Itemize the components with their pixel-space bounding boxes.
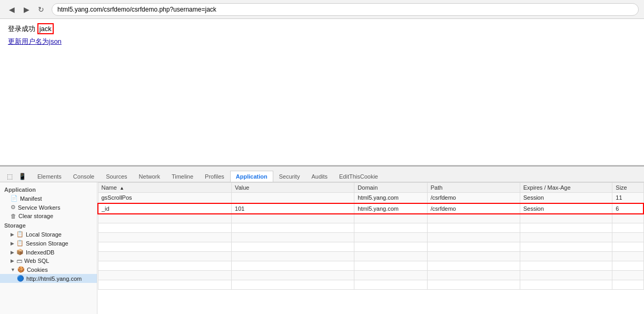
devtools-panel: ⬚ 📱 Elements Console Sources Network Tim… [0, 165, 644, 314]
table-row-empty [98, 223, 643, 233]
devtools-main: Name ▲ Value Domain Path E [97, 182, 644, 314]
page-content: 登录成功 jack 更新用户名为json [0, 19, 644, 165]
login-text: 登录成功 [8, 25, 35, 33]
sidebar-item-local-storage[interactable]: ▶ 📋 Local Storage [0, 230, 97, 239]
web-sql-icon: 🗃 [16, 258, 22, 264]
col-path[interactable]: Path [427, 183, 520, 193]
section-storage-title: Storage [0, 220, 97, 230]
indexeddb-arrow: ▶ [11, 250, 14, 255]
address-bar[interactable] [52, 3, 639, 16]
sort-arrow-name: ▲ [120, 185, 124, 191]
section-application-title: Application [0, 184, 97, 194]
sidebar-item-web-sql[interactable]: ▶ 🗃 Web SQL [0, 257, 97, 265]
col-domain[interactable]: Domain [354, 183, 427, 193]
local-storage-arrow: ▶ [11, 232, 14, 237]
table-row-empty [98, 214, 643, 223]
browser-chrome: ◀ ▶ ↻ [0, 0, 644, 19]
table-row-empty [98, 280, 643, 290]
username-text: jack [39, 25, 52, 33]
tab-sources[interactable]: Sources [100, 171, 133, 182]
tab-profiles[interactable]: Profiles [199, 171, 230, 182]
tab-timeline[interactable]: Timeline [166, 171, 199, 182]
back-button[interactable]: ◀ [5, 3, 18, 16]
cookie-table: Name ▲ Value Domain Path E [97, 182, 644, 290]
sidebar-item-indexeddb[interactable]: ▶ 📦 IndexedDB [0, 248, 97, 257]
sidebar-item-manifest[interactable]: 📄 Manifest [0, 194, 97, 203]
indexeddb-icon: 📦 [16, 249, 24, 256]
col-value[interactable]: Value [232, 183, 354, 193]
inspect-icon[interactable]: ⬚ [4, 171, 15, 182]
tab-security[interactable]: Security [273, 171, 306, 182]
update-username-link[interactable]: 更新用户名为json [8, 37, 62, 45]
col-name[interactable]: Name ▲ [98, 183, 232, 193]
tab-network[interactable]: Network [133, 171, 166, 182]
forward-button[interactable]: ▶ [20, 3, 33, 16]
sidebar-item-service-workers-label: Service Workers [18, 204, 60, 211]
sidebar-item-cookies[interactable]: ▼ 🍪 Cookies [0, 265, 97, 274]
sidebar-item-service-workers[interactable]: ⚙ Service Workers [0, 203, 97, 212]
sidebar-item-clear-storage-label: Clear storage [18, 213, 53, 219]
table-row-empty [98, 233, 643, 242]
tab-console[interactable]: Console [67, 171, 100, 182]
tab-elements[interactable]: Elements [32, 171, 67, 182]
col-expires[interactable]: Expires / Max-Age [520, 183, 612, 193]
local-storage-icon: 📋 [16, 231, 24, 238]
sidebar-item-indexeddb-label: IndexedDB [26, 249, 54, 256]
clear-storage-icon: 🗑 [11, 213, 16, 219]
devtools-tabs: ⬚ 📱 Elements Console Sources Network Tim… [0, 166, 644, 182]
sidebar-item-cookie-domain-label: http://html5.yang.com [26, 276, 82, 282]
col-size[interactable]: Size [612, 183, 643, 193]
cookies-arrow: ▼ [11, 267, 15, 272]
tab-audits[interactable]: Audits [305, 171, 333, 182]
devtools-body: Application 📄 Manifest ⚙ Service Workers… [0, 182, 644, 314]
username-highlight: jack [37, 23, 54, 34]
sidebar-item-local-storage-label: Local Storage [26, 231, 62, 238]
device-icon[interactable]: 📱 [17, 171, 27, 182]
manifest-icon: 📄 [11, 195, 18, 202]
table-row-empty [98, 271, 643, 280]
table-row-empty [98, 261, 643, 271]
table-row-empty [98, 252, 643, 261]
sidebar-item-web-sql-label: Web SQL [24, 258, 49, 264]
tab-application[interactable]: Application [230, 171, 273, 182]
session-storage-arrow: ▶ [11, 241, 14, 246]
login-message: 登录成功 jack [8, 24, 636, 34]
table-row-empty [98, 242, 643, 252]
devtools-icon-group: ⬚ 📱 [4, 171, 27, 182]
sidebar-item-session-storage-label: Session Storage [26, 240, 68, 247]
cookies-icon: 🍪 [17, 266, 25, 273]
service-workers-icon: ⚙ [11, 204, 16, 211]
tab-editthiscookie[interactable]: EditThisCookie [333, 171, 384, 182]
sidebar-item-manifest-label: Manifest [20, 195, 42, 202]
table-row[interactable]: _id101html5.yang.com/csrfdemoSession6 [98, 203, 643, 214]
session-storage-icon: 📋 [16, 240, 24, 247]
table-row[interactable]: gsScrollPoshtml5.yang.com/csrfdemoSessio… [98, 193, 643, 203]
refresh-button[interactable]: ↻ [35, 3, 47, 16]
devtools-sidebar: Application 📄 Manifest ⚙ Service Workers… [0, 182, 97, 314]
web-sql-arrow: ▶ [11, 258, 14, 263]
nav-buttons: ◀ ▶ ↻ [5, 3, 47, 16]
sidebar-item-cookies-label: Cookies [27, 267, 48, 273]
sidebar-item-clear-storage[interactable]: 🗑 Clear storage [0, 212, 97, 220]
cookie-domain-icon: 🔵 [17, 275, 24, 282]
sidebar-item-session-storage[interactable]: ▶ 📋 Session Storage [0, 239, 97, 248]
table-header-row: Name ▲ Value Domain Path E [98, 183, 643, 193]
sidebar-item-cookie-domain[interactable]: 🔵 http://html5.yang.com [0, 274, 97, 283]
